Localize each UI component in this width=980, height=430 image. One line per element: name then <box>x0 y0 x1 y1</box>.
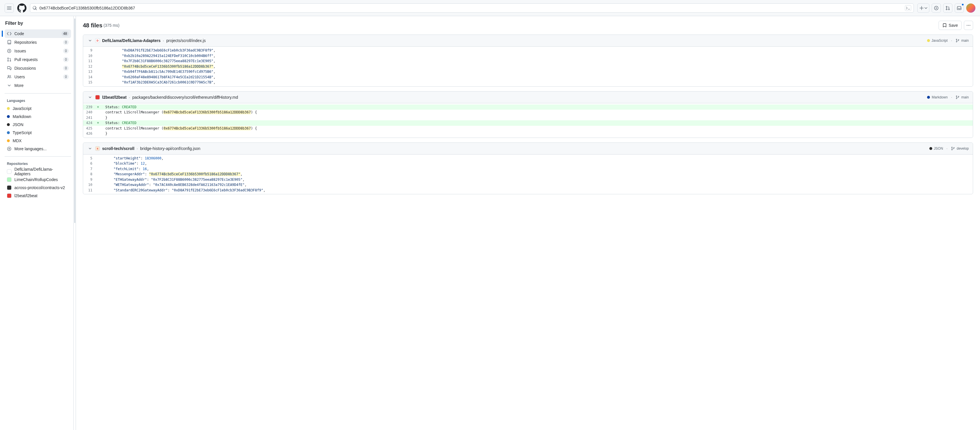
result-repo-link[interactable]: l2beat/l2beat <box>102 95 127 100</box>
result-file-path[interactable]: projects/scroll/index.js <box>166 38 206 43</box>
result-repo-link[interactable]: DefiLlama/DefiLlama-Adapters <box>102 38 161 43</box>
filter-more[interactable]: More <box>5 81 71 90</box>
create-new-button[interactable] <box>917 3 929 13</box>
code-line[interactable]: 10 "0xb2b10a289A229415a124EFDeF310C10cb0… <box>83 53 973 59</box>
code-line[interactable]: 426 } <box>83 131 973 137</box>
filter-repositories-label: Repositories <box>14 40 60 45</box>
repo-name: l2beat/l2beat <box>14 193 37 198</box>
filter-code-count: 48 <box>62 31 69 36</box>
code-line[interactable]: 240 contract L1ScrollMessenger (0x6774Bc… <box>83 110 973 115</box>
result-language: JavaScript <box>927 38 948 43</box>
filter-users-label: Users <box>14 75 60 79</box>
language-mdx[interactable]: MDX <box>5 137 71 145</box>
language-label: JSON <box>13 122 23 127</box>
repo-filter-item[interactable]: LimeChain/RollupCodes <box>5 175 71 184</box>
code-line[interactable]: 7 "fetchLimit": 16, <box>83 166 973 172</box>
result-file-path[interactable]: bridge-history-api/conf/config.json <box>140 146 200 151</box>
save-search-button[interactable]: Save <box>939 21 962 30</box>
hamburger-icon <box>7 6 11 10</box>
code-line-added[interactable]: 239 Status: CREATED <box>83 105 973 110</box>
filter-discussions[interactable]: Discussions 0 <box>5 64 71 73</box>
sidebar-resize-handle[interactable] <box>74 16 76 430</box>
filter-pull-requests-label: Pull requests <box>14 57 60 62</box>
code-line[interactable]: 15 "0xf1AF3b23DE0A5Ca3CAb7261cb0061C0D77… <box>83 80 973 85</box>
filter-repositories[interactable]: Repositories 0 <box>5 38 71 47</box>
svg-point-11 <box>8 75 10 77</box>
code-icon <box>7 31 11 36</box>
github-mark-icon <box>17 3 27 13</box>
inbox-button[interactable] <box>955 3 964 13</box>
result-card-header: l2 l2beat/l2beat · packages/backend/disc… <box>83 92 973 104</box>
code-line[interactable]: 14 "0x6260aF48e8948617b8FA17F4e5CEa2d21D… <box>83 75 973 80</box>
repo-filter-item[interactable]: across-protocol/contracts-v2 <box>5 184 71 192</box>
collapse-toggle[interactable] <box>87 38 93 43</box>
repo-name: across-protocol/contracts-v2 <box>14 185 65 190</box>
line-number: 10 <box>83 53 97 59</box>
filter-issues[interactable]: Issues 0 <box>5 47 71 55</box>
search-results: 48 files (375 ms) Save D DefiLlama/DefiL… <box>76 16 980 430</box>
language-color-dot <box>7 139 10 142</box>
language-color-dot <box>7 107 10 110</box>
result-branch[interactable]: develop <box>951 147 969 151</box>
command-palette-icon[interactable] <box>905 5 911 11</box>
line-content: "0xf1AF3b23DE0A5Ca3CAb7261cb0061C0D779A5… <box>97 80 215 85</box>
inbox-icon <box>957 6 962 10</box>
line-number: 12 <box>83 64 97 69</box>
language-json[interactable]: JSON <box>5 121 71 129</box>
code-line[interactable]: 6 "blockTime": 12, <box>83 161 973 166</box>
results-time: (375 ms) <box>103 23 119 28</box>
repo-filter-item[interactable]: l2beat/l2beat <box>5 192 71 200</box>
code-line[interactable]: 5 "startHeight": 18306000, <box>83 156 973 161</box>
code-line[interactable]: 425 contract L1ScrollMessenger (0x6774Bc… <box>83 126 973 131</box>
pull-requests-button[interactable] <box>943 3 952 13</box>
result-branch[interactable]: main <box>956 95 969 99</box>
language-javascript[interactable]: JavaScript <box>5 105 71 113</box>
code-line[interactable]: 10 "WETHGatewayAddr": "0x7AC440cAe8EB632… <box>83 182 973 188</box>
search-input[interactable] <box>40 6 903 10</box>
line-number: 13 <box>83 69 97 75</box>
line-content: "blockTime": 12, <box>97 161 147 166</box>
code-line[interactable]: 12 "0x6774Bcbd5ceCeF1336b5300fb5186a12DD… <box>83 64 973 69</box>
code-line[interactable]: 9 "0xD8A791fE2bE73eb6E6cF1eb0cb3F36adC9B… <box>83 48 973 53</box>
code-line[interactable]: 11 "StandardERC20GatewayAddr": "0xD8A791… <box>83 188 973 193</box>
result-card: s scroll-tech/scroll · bridge-history-ap… <box>83 142 973 194</box>
code-line[interactable]: 241 } <box>83 115 973 121</box>
filter-discussions-label: Discussions <box>14 66 60 70</box>
line-number: 7 <box>83 166 97 172</box>
code-line[interactable]: 13 "0xb94f7F6ABcb811c5Ac709dE14E37590fcC… <box>83 69 973 75</box>
filter-pull-requests[interactable]: Pull requests 0 <box>5 55 71 64</box>
search-bar[interactable] <box>30 3 914 13</box>
line-content: "0x6774Bcbd5ceCeF1336b5300fb5186a12DDD8b… <box>97 64 215 69</box>
result-repo-avatar: s <box>95 146 100 151</box>
code-line[interactable]: 9 "ETHGatewayAddr": "0x7F2b8C31F88B6006c… <box>83 177 973 183</box>
user-avatar[interactable] <box>966 3 975 13</box>
line-content: "StandardERC20GatewayAddr": "0xD8A791fE2… <box>97 188 265 193</box>
result-branch[interactable]: main <box>956 38 969 43</box>
language-markdown[interactable]: Markdown <box>5 113 71 121</box>
repo-filter-item[interactable]: DefiLlama/DefiLlama-Adapters <box>5 167 71 175</box>
line-number: 9 <box>83 177 97 183</box>
code-line[interactable]: 11 "0x7F2b8C31F88B6006c382775eea88297Ec1… <box>83 59 973 64</box>
result-repo-link[interactable]: scroll-tech/scroll <box>102 146 134 151</box>
filter-users[interactable]: Users 0 <box>5 73 71 81</box>
result-file-path[interactable]: packages/backend/discovery/scroll/ethere… <box>132 95 238 100</box>
code-line-added[interactable]: 424 Status: CREATED <box>83 120 973 126</box>
filter-issues-label: Issues <box>14 49 60 53</box>
issues-button[interactable] <box>932 3 941 13</box>
line-content: Status: CREATED <box>97 120 136 126</box>
line-number: 15 <box>83 80 97 85</box>
code-snippet: 9 "0xD8A791fE2bE73eb6E6cF1eb0cb3F36adC9B… <box>83 47 973 86</box>
line-number: 14 <box>83 75 97 80</box>
more-options-button[interactable] <box>964 21 973 30</box>
repositories-heading: Repositories <box>5 160 71 167</box>
collapse-toggle[interactable] <box>87 146 93 151</box>
filter-code[interactable]: Code 48 <box>5 29 71 38</box>
repo-avatar <box>7 169 11 174</box>
github-logo[interactable] <box>17 3 27 13</box>
more-languages[interactable]: More languages... <box>5 145 71 153</box>
language-typescript[interactable]: TypeScript <box>5 129 71 137</box>
code-line[interactable]: 8 "MessengerAddr": "0x6774Bcbd5ceCeF1336… <box>83 172 973 177</box>
code-snippet: 239 Status: CREATED240 contract L1Scroll… <box>83 104 973 138</box>
hamburger-menu-button[interactable] <box>5 3 14 13</box>
collapse-toggle[interactable] <box>87 94 93 100</box>
